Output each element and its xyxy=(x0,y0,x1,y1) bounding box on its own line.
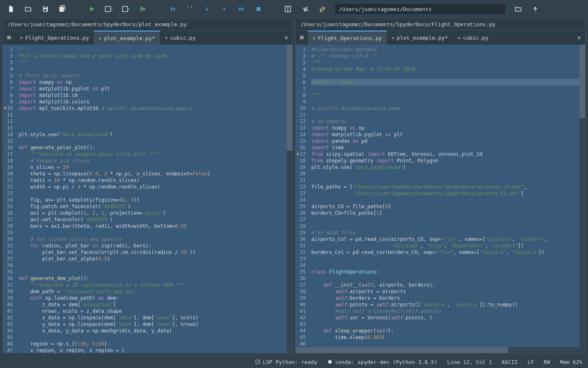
right-editor[interactable]: ▲ 1 2 3 4 5 6 7 8 9 10 11 12 13 14 15 16… xyxy=(296,45,585,353)
line-gutter: 1 2 3 4 5 6 7 8 9 10 11 12 13 14 15 16 1… xyxy=(296,45,309,353)
run-button[interactable] xyxy=(87,4,97,14)
svg-point-7 xyxy=(323,11,323,11)
status-mem[interactable]: Mem 62% xyxy=(560,359,582,365)
save-button[interactable] xyxy=(40,4,50,14)
line-gutter: 1 2 3 4 5 6 7 8 9 10 11 12 13 14 15 16 1… xyxy=(3,45,16,353)
python-path-button[interactable] xyxy=(317,4,327,14)
tab-label: plot_example.py* xyxy=(397,35,448,41)
parent-dir-button[interactable] xyxy=(530,4,540,14)
tab-label: plot_example.py* xyxy=(104,35,155,41)
svg-rect-1 xyxy=(44,9,47,11)
status-encoding[interactable]: ASCII xyxy=(502,359,518,365)
hscrollbar[interactable] xyxy=(296,347,579,353)
close-icon[interactable]: ✕ xyxy=(20,35,23,40)
svg-rect-11 xyxy=(300,36,304,37)
close-icon[interactable]: ✕ xyxy=(99,36,102,41)
right-tab-1[interactable]: ✕plot_example.py* xyxy=(387,31,453,45)
tab-label: Flight_Operations.py xyxy=(318,35,382,41)
continue-button[interactable] xyxy=(236,4,246,14)
tab-options-button[interactable]: ≡ xyxy=(573,31,585,45)
status-cursor-pos[interactable]: Line 12, Col 1 xyxy=(447,359,492,365)
left-tab-2[interactable]: ✕cubic.py xyxy=(160,31,200,45)
open-file-button[interactable] xyxy=(23,4,33,14)
vscrollbar[interactable] xyxy=(579,45,585,353)
status-env[interactable]: conda: spyder-dev (Python 3.8.5) xyxy=(327,359,437,365)
right-file-path: /Users/juanitagomez/Documents/SpyderDocs… xyxy=(296,18,585,31)
left-tab-1[interactable]: ✕plot_example.py* xyxy=(94,31,160,45)
close-icon[interactable]: ✕ xyxy=(458,35,461,40)
right-editor-pane: /Users/juanitagomez/Documents/SpyderDocs… xyxy=(295,18,586,353)
vscrollbar[interactable] xyxy=(287,45,292,353)
svg-rect-4 xyxy=(256,7,260,11)
tab-label: cubic.py xyxy=(170,35,196,41)
status-lsp-text: LSP Python: ready xyxy=(263,359,317,365)
status-rw[interactable]: RW xyxy=(544,359,550,365)
right-tab-2[interactable]: ✕cubic.py xyxy=(453,31,493,45)
svg-rect-3 xyxy=(122,7,128,12)
run-cell-advance-button[interactable] xyxy=(121,4,131,14)
status-bar: LSP Python: ready conda: spyder-dev (Pyt… xyxy=(0,356,588,368)
left-tab-0[interactable]: ✕Flight_Operations.py xyxy=(15,31,94,45)
code-area[interactable]: """ Plot a terrain model and a polar plo… xyxy=(16,45,292,353)
svg-rect-0 xyxy=(44,6,47,8)
svg-point-15 xyxy=(328,360,332,364)
layout-button[interactable] xyxy=(283,4,293,14)
svg-point-6 xyxy=(321,7,322,7)
status-env-text: conda: spyder-dev (Python 3.8.5) xyxy=(335,359,437,365)
browse-dir-button[interactable] xyxy=(513,4,523,14)
svg-rect-8 xyxy=(7,36,11,37)
tab-label: Flight_Operations.py xyxy=(25,35,89,41)
working-dir-input[interactable]: /Users/juanitagomez/Documents xyxy=(334,3,506,15)
svg-rect-2 xyxy=(105,7,111,12)
preferences-button[interactable] xyxy=(300,4,310,14)
working-dir-text: /Users/juanitagomez/Documents xyxy=(339,6,432,12)
left-editor-pane: /Users/juanitagomez/Documents/SpyderDocs… xyxy=(2,18,293,353)
svg-rect-10 xyxy=(7,38,11,39)
save-all-button[interactable] xyxy=(58,4,67,14)
warning-icon: ▲ xyxy=(296,151,300,156)
close-icon[interactable]: ✕ xyxy=(165,35,168,40)
code-area[interactable]: #!/usr/bin/env python3 # -*- coding: utf… xyxy=(309,45,585,353)
left-tab-bar: ✕Flight_Operations.py ✕plot_example.py* … xyxy=(3,31,292,45)
status-lsp[interactable]: LSP Python: ready xyxy=(255,359,317,365)
close-icon[interactable]: ✕ xyxy=(392,35,394,40)
svg-rect-9 xyxy=(7,37,11,38)
new-file-button[interactable] xyxy=(6,4,16,14)
right-tab-bar: ✕Flight_Operations.py ✕plot_example.py* … xyxy=(296,31,585,45)
debug-step-button[interactable] xyxy=(185,4,195,14)
left-file-path: /Users/juanitagomez/Documents/SpyderDocs… xyxy=(3,18,292,31)
left-editor[interactable]: ▲ 1 2 3 4 5 6 7 8 9 10 11 12 13 14 15 16… xyxy=(3,45,292,353)
tab-list-button[interactable] xyxy=(296,31,308,45)
run-cell-button[interactable] xyxy=(104,4,114,14)
tab-label: cubic.py xyxy=(463,35,489,41)
run-selection-button[interactable] xyxy=(138,4,148,14)
svg-rect-12 xyxy=(300,37,304,38)
close-icon[interactable]: ✕ xyxy=(313,36,316,41)
step-into-button[interactable] xyxy=(202,4,212,14)
svg-rect-13 xyxy=(300,38,304,39)
main-toolbar: /Users/juanitagomez/Documents xyxy=(0,0,588,18)
tab-list-button[interactable] xyxy=(3,31,15,45)
stop-button[interactable] xyxy=(254,4,263,14)
right-tab-0[interactable]: ✕Flight_Operations.py xyxy=(308,31,387,45)
debug-button[interactable] xyxy=(168,4,178,14)
step-out-button[interactable] xyxy=(219,4,229,14)
status-eol[interactable]: LF xyxy=(528,359,534,365)
tab-options-button[interactable]: ≡ xyxy=(280,31,292,45)
warning-icon: ▲ xyxy=(3,105,7,110)
